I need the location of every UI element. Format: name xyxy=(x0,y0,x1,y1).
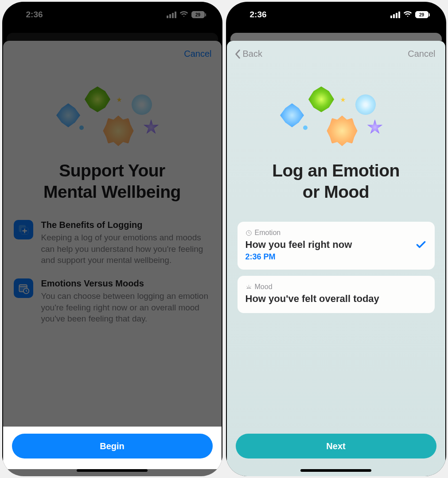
checkmark-icon xyxy=(415,239,427,252)
status-time: 2:36 xyxy=(250,10,267,20)
option-title: How you've felt overall today xyxy=(245,293,427,306)
status-bar: 2:36 29 xyxy=(2,2,222,27)
feature-heading: Emotions Versus Moods xyxy=(41,278,211,289)
screen-support-wellbeing: 2:36 29 Cancel Support YourMental xyxy=(2,2,222,476)
feature-body: Keeping a log of your emotions and moods… xyxy=(41,232,211,266)
calendar-clock-icon xyxy=(14,278,33,298)
sunrise-icon xyxy=(245,283,252,290)
option-title: How you feel right now xyxy=(245,239,427,251)
feature-list: The Benefits of Logging Keeping a log of… xyxy=(3,202,222,337)
feature-emotions-vs-moods: Emotions Versus Moods You can choose bet… xyxy=(14,278,211,325)
wifi-icon xyxy=(179,11,188,19)
begin-button[interactable]: Begin xyxy=(12,434,213,458)
option-label: Mood xyxy=(245,283,427,291)
cancel-button[interactable]: Cancel xyxy=(408,49,435,59)
wifi-icon xyxy=(403,11,412,19)
chevron-left-icon xyxy=(235,49,241,59)
option-time: 2:36 PM xyxy=(245,252,427,262)
status-bar: 2:36 29 xyxy=(226,2,446,27)
option-mood[interactable]: Mood How you've felt overall today xyxy=(238,276,435,313)
back-label: Back xyxy=(243,49,262,59)
back-button[interactable]: Back xyxy=(235,49,262,59)
hero-illustration xyxy=(3,59,222,152)
battery-icon: 29 xyxy=(415,11,429,18)
flowers-icon xyxy=(55,81,170,152)
flowers-icon xyxy=(278,81,393,152)
plus-docs-icon xyxy=(14,220,33,239)
home-indicator[interactable] xyxy=(300,469,371,472)
bottom-bar: Next xyxy=(227,427,445,469)
status-time: 2:36 xyxy=(26,10,43,20)
battery-icon: 29 xyxy=(191,11,205,18)
feature-benefits: The Benefits of Logging Keeping a log of… xyxy=(14,220,211,266)
hero-illustration xyxy=(227,59,445,152)
feature-body: You can choose between logging an emotio… xyxy=(41,290,211,325)
page-title: Log an Emotionor Mood xyxy=(227,160,445,202)
cancel-button[interactable]: Cancel xyxy=(184,49,211,59)
nav-bar: Cancel xyxy=(3,41,222,59)
modal-sheet: Back Cancel Log an Emotionor Mood Emotio… xyxy=(227,41,445,476)
home-indicator[interactable] xyxy=(77,469,148,472)
option-label: Emotion xyxy=(245,229,427,237)
page-title: Support YourMental Wellbeing xyxy=(3,160,222,202)
status-indicators: 29 xyxy=(167,11,205,19)
bottom-bar: Begin xyxy=(3,427,222,469)
status-indicators: 29 xyxy=(390,11,429,19)
option-list: Emotion How you feel right now 2:36 PM M… xyxy=(227,202,445,313)
modal-sheet: Cancel Support YourMental Wellbeing The … xyxy=(3,41,222,476)
sheet-stack-hint xyxy=(7,33,218,41)
cellular-icon xyxy=(390,12,400,18)
screen-log-emotion-mood: 2:36 29 Back Cancel xyxy=(226,2,446,476)
nav-bar: Back Cancel xyxy=(227,41,445,59)
cellular-icon xyxy=(167,12,176,18)
sheet-stack-hint xyxy=(230,33,442,41)
feature-heading: The Benefits of Logging xyxy=(41,220,211,230)
next-button[interactable]: Next xyxy=(236,434,436,458)
option-emotion[interactable]: Emotion How you feel right now 2:36 PM xyxy=(238,222,435,270)
clock-icon xyxy=(245,230,252,236)
